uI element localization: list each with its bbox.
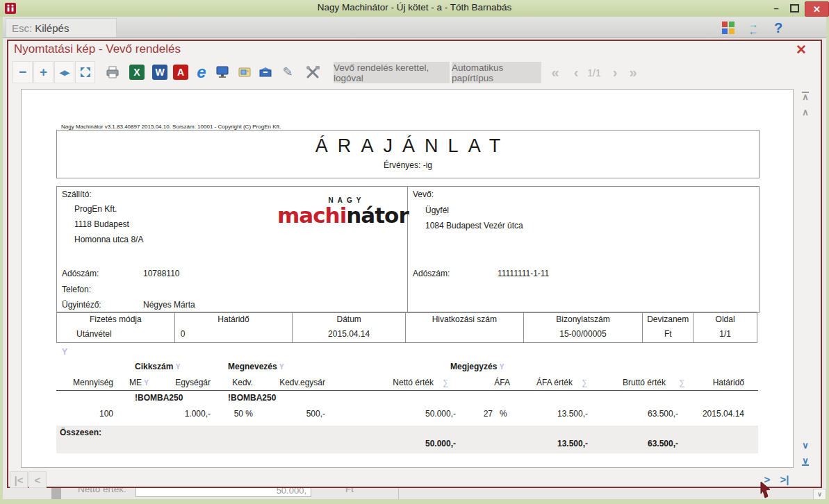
supplier-city: 1118 Budapest: [74, 219, 129, 229]
filter-icon[interactable]: Y: [279, 363, 284, 371]
screen-view-button[interactable]: [213, 62, 232, 81]
help-icon: ?: [774, 20, 782, 36]
document-validity: Érvényes: -ig: [57, 160, 759, 170]
info-value: 0: [175, 328, 293, 344]
record-last-button[interactable]: >|: [776, 471, 793, 487]
esc-prefix: Esc:: [12, 22, 32, 34]
info-header: Határidő: [175, 312, 293, 328]
pdf-icon: A: [173, 65, 188, 80]
exit-label: Kilépés: [35, 22, 69, 34]
fit-page-button[interactable]: [75, 61, 95, 83]
info-cell-docnumber: Bizonylatszám 15-00/00005: [524, 312, 643, 342]
item-kedv: 50 %: [182, 409, 253, 419]
totals-afaertek: 13.500,-: [517, 439, 588, 448]
record-first-button[interactable]: |<: [10, 471, 28, 488]
filter-icon[interactable]: Y: [176, 363, 181, 371]
dialog-close-button[interactable]: ✕: [793, 42, 810, 57]
archive-box-icon: [258, 65, 273, 80]
excel-icon: X: [129, 65, 145, 80]
info-value: [406, 328, 523, 344]
paper-type-button[interactable]: Automatikus papírtípus: [452, 62, 541, 83]
help-button[interactable]: ?: [769, 19, 788, 37]
monitor-icon: [215, 65, 230, 80]
edit-template-button[interactable]: ✎: [278, 62, 297, 81]
filter-icon[interactable]: Y: [62, 347, 67, 357]
fit-page-icon: [79, 66, 92, 78]
sync-button[interactable]: →←: [744, 19, 763, 37]
scroll-up-button[interactable]: ∧: [796, 105, 814, 119]
page-indicator: 1/1: [584, 62, 605, 83]
info-header: Devizanem: [643, 312, 693, 328]
info-value: Utánvétel: [57, 328, 174, 344]
first-page-button[interactable]: «: [546, 62, 564, 83]
sigma-icon[interactable]: ∑: [582, 378, 588, 387]
minimize-button[interactable]: –: [769, 1, 784, 15]
send-email-button[interactable]: [235, 62, 254, 81]
info-cell-currency: Devizanem Ft: [643, 312, 693, 342]
maximize-button[interactable]: [787, 1, 802, 15]
last-page-button[interactable]: »: [624, 62, 642, 83]
dialog-title: Nyomtatási kép - Vevő rendelés: [14, 42, 181, 56]
info-value: 2015.04.14: [293, 328, 405, 344]
internet-explorer-icon: e: [197, 62, 206, 82]
previous-page-button[interactable]: ‹: [567, 62, 585, 83]
company-logo: NAGY machinátor: [277, 197, 407, 226]
scroll-down-button[interactable]: ∨: [796, 438, 814, 452]
record-previous-button[interactable]: <: [28, 471, 47, 488]
print-button[interactable]: [103, 62, 122, 81]
zoom-in-button[interactable]: +: [33, 61, 54, 83]
tools-icon: [305, 65, 320, 80]
window-title: Nagy Machinátor - Új kötet - a - Tóth Ba…: [0, 2, 829, 12]
info-cell-payment: Fizetés módja Utánvétel: [57, 312, 175, 342]
scroll-to-bottom-button[interactable]: ∨: [796, 454, 814, 468]
col-header-afaertek: ÁFA érték: [502, 378, 573, 387]
user-button[interactable]: [693, 19, 713, 37]
export-excel-button[interactable]: X: [127, 62, 147, 81]
modules-icon: [722, 22, 734, 34]
archive-button[interactable]: [256, 62, 275, 81]
totals-label: Összesen:: [60, 428, 101, 437]
filter-icon[interactable]: Y: [500, 363, 504, 371]
item-afa: 27: [422, 409, 493, 419]
item-cikkszam: !BOMBA250: [135, 393, 183, 403]
fit-width-button[interactable]: ◀▶: [54, 61, 74, 83]
supplier-tax-label: Adószám:: [62, 269, 99, 278]
supplier-contact-label: Ügyintéző:: [62, 300, 101, 310]
export-pdf-button[interactable]: A: [171, 62, 190, 81]
scroll-to-top-button[interactable]: ∧: [796, 89, 814, 103]
email-photo-icon: [237, 65, 252, 80]
totals-netto: 50.000,-: [385, 439, 456, 448]
customer-tax-value: 11111111-1-11: [498, 269, 549, 278]
info-header: Hivatkozási szám: [406, 312, 523, 328]
col-header-brutto: Bruttó érték: [595, 378, 666, 387]
col-header-mennyiseg: Mennyiség: [42, 378, 113, 387]
maximize-icon: [790, 4, 799, 12]
window-border-right: [826, 17, 829, 500]
close-button[interactable]: ✕: [805, 1, 829, 17]
info-header: Oldal: [693, 312, 757, 328]
esc-exit-button[interactable]: Esc: Kilépés: [6, 18, 117, 37]
template-select-button[interactable]: Vevő rendelés kerettel, logóval: [334, 62, 450, 83]
window-border-bottom: [0, 499, 829, 504]
zoom-out-button[interactable]: −: [13, 61, 33, 83]
next-page-button[interactable]: ›: [606, 62, 624, 83]
item-afa-unit: %: [500, 409, 507, 419]
mouse-cursor: [760, 482, 772, 503]
export-html-button[interactable]: e: [192, 62, 211, 81]
totals-brutto: 63.500,-: [607, 439, 678, 448]
export-word-button[interactable]: W: [150, 62, 170, 81]
supplier-phone-label: Telefon:: [62, 285, 91, 294]
customer-address: 1084 Budapest Vezér útca: [425, 221, 523, 230]
background-scroll-down-button[interactable]: ∨: [813, 489, 826, 500]
group-header-megnevezes: Megnevezés Y: [228, 362, 284, 371]
logo-nator-text: nátor: [346, 203, 408, 228]
col-header-netto: Nettó érték: [363, 378, 434, 387]
item-kedvegysar: 500,-: [254, 409, 325, 419]
settings-button[interactable]: [303, 62, 322, 81]
background-divider: [398, 488, 399, 499]
item-afaertek: 13.500,-: [517, 409, 588, 419]
col-header-afa: ÁFA: [439, 378, 510, 387]
modules-button[interactable]: [719, 19, 738, 37]
document-page: Nagy Machinátor v3.1.83.40897 2015.04.10…: [21, 89, 794, 468]
info-cell-reference: Hivatkozási szám: [406, 312, 524, 342]
